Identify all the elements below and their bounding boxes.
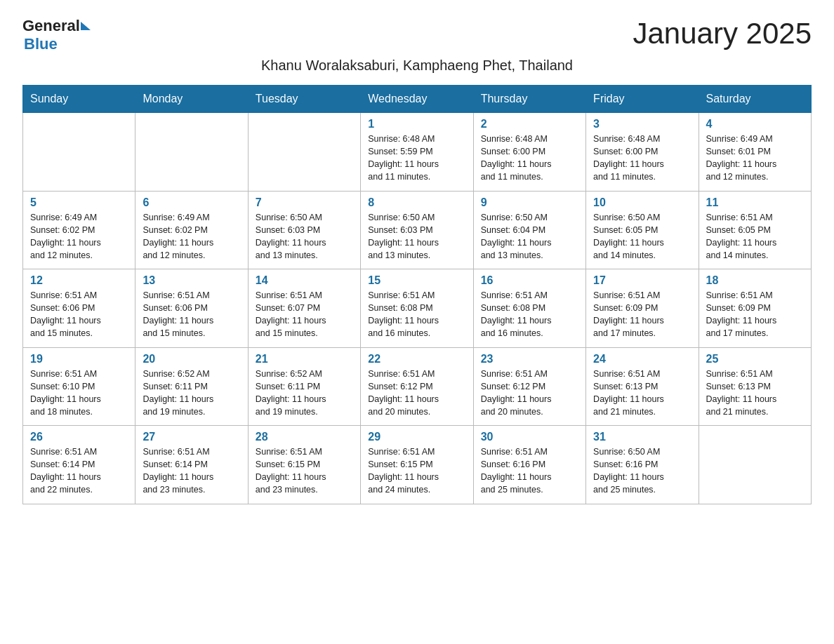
calendar-cell: 21Sunrise: 6:52 AMSunset: 6:11 PMDayligh… [248,347,360,426]
day-number: 29 [368,431,465,443]
calendar-cell: 27Sunrise: 6:51 AMSunset: 6:14 PMDayligh… [135,426,248,504]
calendar-subtitle: Khanu Woralaksaburi, Kamphaeng Phet, Tha… [22,58,812,74]
calendar-cell: 4Sunrise: 6:49 AMSunset: 6:01 PMDaylight… [699,113,811,192]
calendar-cell: 22Sunrise: 6:51 AMSunset: 6:12 PMDayligh… [361,347,473,426]
calendar-cell: 19Sunrise: 6:51 AMSunset: 6:10 PMDayligh… [23,347,135,426]
day-number: 31 [593,431,691,443]
calendar-cell: 24Sunrise: 6:51 AMSunset: 6:13 PMDayligh… [586,347,699,426]
day-info: Sunrise: 6:51 AMSunset: 6:09 PMDaylight:… [706,289,804,340]
day-number: 26 [30,431,128,443]
col-thursday: Thursday [473,86,585,113]
calendar-cell: 1Sunrise: 6:48 AMSunset: 5:59 PMDaylight… [361,113,473,192]
day-info: Sunrise: 6:51 AMSunset: 6:14 PMDaylight:… [30,445,128,497]
calendar-cell: 11Sunrise: 6:51 AMSunset: 6:05 PMDayligh… [699,191,811,269]
day-info: Sunrise: 6:48 AMSunset: 6:00 PMDaylight:… [481,133,578,184]
calendar-cell: 26Sunrise: 6:51 AMSunset: 6:14 PMDayligh… [23,426,135,504]
day-info: Sunrise: 6:52 AMSunset: 6:11 PMDaylight:… [256,368,353,419]
day-info: Sunrise: 6:51 AMSunset: 6:09 PMDaylight:… [593,289,691,340]
day-info: Sunrise: 6:50 AMSunset: 6:04 PMDaylight:… [481,211,578,262]
day-number: 16 [481,274,578,287]
calendar-cell: 16Sunrise: 6:51 AMSunset: 6:08 PMDayligh… [473,269,585,348]
logo: General Blue [22,17,91,53]
day-info: Sunrise: 6:50 AMSunset: 6:03 PMDaylight:… [256,211,353,262]
calendar-week-row: 5Sunrise: 6:49 AMSunset: 6:02 PMDaylight… [23,191,812,269]
day-info: Sunrise: 6:48 AMSunset: 6:00 PMDaylight:… [593,133,691,184]
day-info: Sunrise: 6:51 AMSunset: 6:14 PMDaylight:… [143,445,240,497]
day-number: 18 [706,274,804,287]
day-info: Sunrise: 6:48 AMSunset: 5:59 PMDaylight:… [368,133,465,184]
calendar-cell: 17Sunrise: 6:51 AMSunset: 6:09 PMDayligh… [586,269,699,348]
calendar-cell [699,426,811,504]
day-info: Sunrise: 6:51 AMSunset: 6:06 PMDaylight:… [30,289,128,340]
calendar-cell: 29Sunrise: 6:51 AMSunset: 6:15 PMDayligh… [361,426,473,504]
calendar-week-row: 19Sunrise: 6:51 AMSunset: 6:10 PMDayligh… [23,347,812,426]
day-info: Sunrise: 6:51 AMSunset: 6:13 PMDaylight:… [593,368,691,419]
day-info: Sunrise: 6:49 AMSunset: 6:01 PMDaylight:… [706,133,804,184]
calendar-cell [23,113,135,192]
calendar-cell: 10Sunrise: 6:50 AMSunset: 6:05 PMDayligh… [586,191,699,269]
day-number: 7 [256,196,353,209]
day-info: Sunrise: 6:49 AMSunset: 6:02 PMDaylight:… [30,211,128,262]
day-info: Sunrise: 6:51 AMSunset: 6:12 PMDaylight:… [368,368,465,419]
month-title: January 2025 [633,17,812,51]
day-number: 27 [143,431,240,443]
day-info: Sunrise: 6:51 AMSunset: 6:15 PMDaylight:… [368,445,465,497]
day-number: 8 [368,196,465,209]
calendar-cell: 31Sunrise: 6:50 AMSunset: 6:16 PMDayligh… [586,426,699,504]
day-number: 6 [143,196,240,209]
calendar-cell: 25Sunrise: 6:51 AMSunset: 6:13 PMDayligh… [699,347,811,426]
calendar-cell: 14Sunrise: 6:51 AMSunset: 6:07 PMDayligh… [248,269,360,348]
calendar-cell: 28Sunrise: 6:51 AMSunset: 6:15 PMDayligh… [248,426,360,504]
calendar-cell: 7Sunrise: 6:50 AMSunset: 6:03 PMDaylight… [248,191,360,269]
col-friday: Friday [586,86,699,113]
day-number: 28 [256,431,353,443]
day-info: Sunrise: 6:51 AMSunset: 6:06 PMDaylight:… [143,289,240,340]
day-number: 1 [368,118,465,130]
day-number: 13 [143,274,240,287]
day-number: 15 [368,274,465,287]
calendar-cell: 9Sunrise: 6:50 AMSunset: 6:04 PMDaylight… [473,191,585,269]
day-number: 19 [30,353,128,365]
col-saturday: Saturday [699,86,811,113]
calendar-cell: 15Sunrise: 6:51 AMSunset: 6:08 PMDayligh… [361,269,473,348]
day-info: Sunrise: 6:50 AMSunset: 6:05 PMDaylight:… [593,211,691,262]
calendar-cell [248,113,360,192]
calendar-cell: 6Sunrise: 6:49 AMSunset: 6:02 PMDaylight… [135,191,248,269]
logo-arrow-icon [81,22,91,30]
day-info: Sunrise: 6:51 AMSunset: 6:10 PMDaylight:… [30,368,128,419]
calendar-cell: 30Sunrise: 6:51 AMSunset: 6:16 PMDayligh… [473,426,585,504]
day-number: 21 [256,353,353,365]
day-number: 22 [368,353,465,365]
day-number: 25 [706,353,804,365]
calendar-cell: 5Sunrise: 6:49 AMSunset: 6:02 PMDaylight… [23,191,135,269]
col-sunday: Sunday [23,86,135,113]
header: General Blue January 2025 [22,17,812,53]
day-number: 10 [593,196,691,209]
calendar-cell: 8Sunrise: 6:50 AMSunset: 6:03 PMDaylight… [361,191,473,269]
day-number: 23 [481,353,578,365]
day-info: Sunrise: 6:51 AMSunset: 6:05 PMDaylight:… [706,211,804,262]
day-info: Sunrise: 6:52 AMSunset: 6:11 PMDaylight:… [143,368,240,419]
day-number: 2 [481,118,578,130]
calendar-week-row: 12Sunrise: 6:51 AMSunset: 6:06 PMDayligh… [23,269,812,348]
calendar-cell: 12Sunrise: 6:51 AMSunset: 6:06 PMDayligh… [23,269,135,348]
logo-general-text: General [22,17,80,35]
calendar-cell: 3Sunrise: 6:48 AMSunset: 6:00 PMDaylight… [586,113,699,192]
day-number: 30 [481,431,578,443]
day-number: 4 [706,118,804,130]
day-info: Sunrise: 6:49 AMSunset: 6:02 PMDaylight:… [143,211,240,262]
day-number: 17 [593,274,691,287]
calendar-week-row: 26Sunrise: 6:51 AMSunset: 6:14 PMDayligh… [23,426,812,504]
calendar-cell: 18Sunrise: 6:51 AMSunset: 6:09 PMDayligh… [699,269,811,348]
day-number: 20 [143,353,240,365]
calendar-table: Sunday Monday Tuesday Wednesday Thursday… [22,85,812,504]
calendar-cell [135,113,248,192]
day-info: Sunrise: 6:51 AMSunset: 6:13 PMDaylight:… [706,368,804,419]
day-number: 11 [706,196,804,209]
day-info: Sunrise: 6:50 AMSunset: 6:16 PMDaylight:… [593,445,691,497]
day-number: 9 [481,196,578,209]
calendar-cell: 2Sunrise: 6:48 AMSunset: 6:00 PMDaylight… [473,113,585,192]
day-info: Sunrise: 6:51 AMSunset: 6:12 PMDaylight:… [481,368,578,419]
logo-blue-text: Blue [24,35,58,53]
calendar-header-row: Sunday Monday Tuesday Wednesday Thursday… [23,86,812,113]
